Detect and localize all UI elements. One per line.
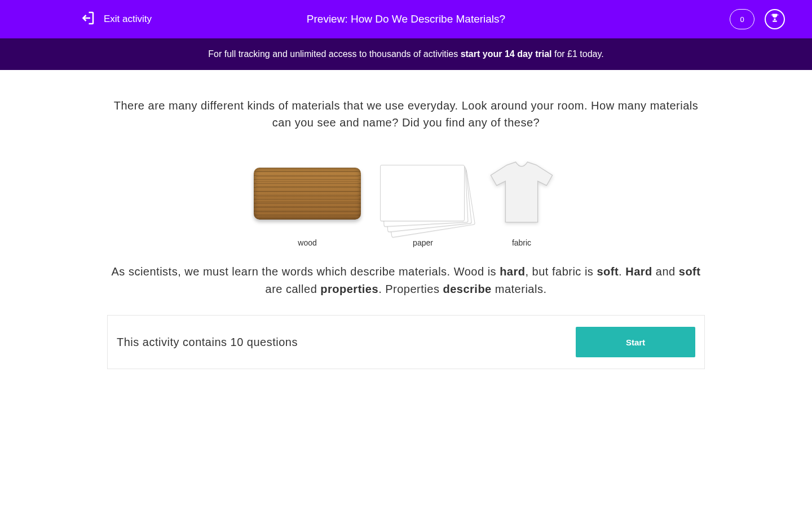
- wood-image: [254, 157, 361, 230]
- paper-caption: paper: [372, 238, 474, 247]
- properties-text: As scientists, we must learn the words w…: [107, 263, 705, 298]
- prop-b6: describe: [443, 283, 491, 295]
- exit-activity-label: Exit activity: [104, 14, 152, 25]
- header-right: 0: [730, 9, 785, 29]
- materials-row: wood paper fabric: [107, 157, 705, 247]
- prop-b2: soft: [597, 265, 619, 278]
- banner-prefix: For full tracking and unlimited access t…: [208, 49, 460, 59]
- score-badge[interactable]: 0: [730, 9, 754, 29]
- prop-b5: properties: [320, 283, 378, 295]
- banner-suffix: for £1 today.: [551, 49, 603, 59]
- exit-icon: [79, 10, 96, 29]
- exit-activity-button[interactable]: Exit activity: [79, 10, 152, 29]
- trophy-button[interactable]: [765, 9, 785, 29]
- prop-b3: Hard: [625, 265, 652, 278]
- tshirt-icon: [485, 160, 558, 227]
- prop-seg6: . Properties: [378, 283, 443, 295]
- wood-caption: wood: [254, 238, 361, 247]
- activity-count-label: This activity contains 10 questions: [117, 336, 298, 349]
- prop-seg5: are called: [266, 283, 321, 295]
- banner-bold: start your 14 day trial: [461, 49, 552, 59]
- prop-b1: hard: [500, 265, 525, 278]
- paper-image: [372, 157, 474, 230]
- prop-seg3: .: [619, 265, 625, 278]
- prop-seg2: , but fabric is: [525, 265, 597, 278]
- prop-seg4: and: [652, 265, 679, 278]
- app-header: Exit activity Preview: How Do We Describ…: [0, 0, 812, 38]
- prop-seg1: As scientists, we must learn the words w…: [112, 265, 500, 278]
- intro-text: There are many different kinds of materi…: [107, 97, 705, 131]
- trophy-icon: [770, 13, 780, 25]
- fabric-image: [485, 157, 558, 230]
- main-content: There are many different kinds of materi…: [96, 70, 716, 386]
- prop-seg7: materials.: [492, 283, 547, 295]
- fabric-caption: fabric: [485, 238, 558, 247]
- trial-banner[interactable]: For full tracking and unlimited access t…: [0, 38, 812, 70]
- start-button[interactable]: Start: [576, 327, 695, 357]
- material-fabric: fabric: [485, 157, 558, 247]
- material-paper: paper: [372, 157, 474, 247]
- start-panel: This activity contains 10 questions Star…: [107, 315, 705, 369]
- material-wood: wood: [254, 157, 361, 247]
- prop-b4: soft: [679, 265, 701, 278]
- page-title: Preview: How Do We Describe Materials?: [307, 13, 505, 25]
